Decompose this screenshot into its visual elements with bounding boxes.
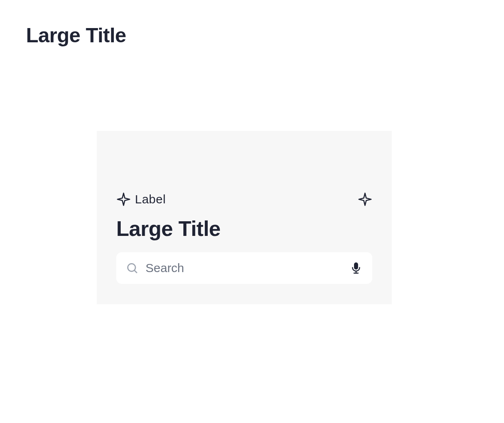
search-input[interactable] (146, 261, 342, 275)
search-icon (126, 262, 138, 274)
svg-line-1 (135, 270, 137, 273)
label-row: Label (116, 192, 372, 207)
label-left: Label (116, 192, 166, 207)
card-container: Label Large Title (97, 131, 392, 304)
svg-rect-2 (354, 263, 358, 269)
card-title: Large Title (116, 216, 372, 241)
sparkle-icon (358, 192, 372, 207)
microphone-icon[interactable] (350, 262, 363, 275)
card-label: Label (135, 192, 166, 206)
page-title: Large Title (26, 24, 126, 47)
search-bar[interactable] (116, 252, 372, 284)
sparkle-icon (116, 192, 131, 207)
